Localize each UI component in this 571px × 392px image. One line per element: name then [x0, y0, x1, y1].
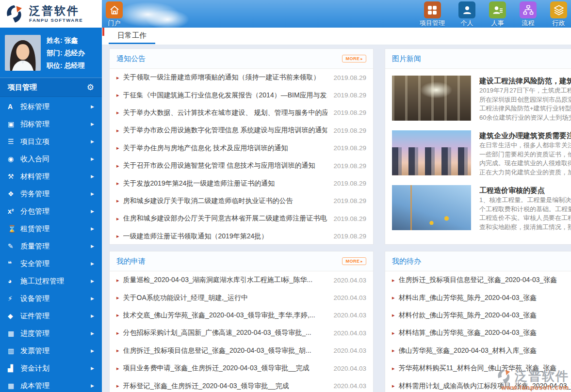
sidebar-item[interactable]: ✎ 质量管理 ▶: [0, 237, 102, 255]
news-thumbnail-crane[interactable]: [392, 185, 471, 230]
sidebar-item[interactable]: ◆ 证件管理 ▶: [0, 307, 102, 325]
list-item[interactable]: ▸ 材料出库_佛山芳华苑_陈丹_2020-04-03_张鑫: [392, 289, 571, 306]
my-todos-title[interactable]: 我的待办: [392, 257, 421, 266]
list-item[interactable]: ▸ 技术交底_佛山芳华苑_张鑫_2020-04-03_领导审批_李华,李婷,..…: [116, 307, 366, 324]
sidebar-item-icon: ⚡: [8, 295, 20, 302]
list-item[interactable]: ▸ 住房和城乡建设部办公厅关于同意吉林省开展二级建造师注册证书电... 2019…: [116, 210, 366, 227]
list-item-date: 2020.04.03: [333, 277, 366, 284]
list-item[interactable]: ▸ 关于领取一级注册建造师增项贴的通知（须持一建证书前来领取） 2019.08.…: [116, 69, 366, 86]
more-button[interactable]: MORE ▸: [342, 257, 366, 265]
list-item-text: 关于OA系统功能设计_经理_胡建,_运行中: [123, 294, 328, 302]
nav-item-hr[interactable]: 人事: [489, 1, 506, 28]
list-item-text: 关于发放2019年第24批一级建造师注册证书的通知: [123, 179, 328, 188]
nav-item-label: 人事: [491, 19, 504, 28]
news-title[interactable]: 建筑企业办理建筑资质需要注意哪些: [479, 130, 571, 141]
avatar[interactable]: [5, 35, 41, 71]
list-item-text: 芳华苑材料购买11_材料合同_佛山芳华苑_张鑫_张鑫: [399, 364, 571, 373]
sidebar-item-icon: ✎: [8, 242, 20, 250]
news-item[interactable]: 建筑企业办理建筑资质需要注意哪些 在日常生活中，很多人都非常关注施 一些部门需要…: [392, 130, 571, 177]
list-item[interactable]: ▸ 房和城乡建设厅关于取消二级建造师临时执业证书的公告 2019.08.29: [116, 192, 366, 210]
news-title[interactable]: 工程造价审核的要点: [479, 185, 571, 196]
news-thumbnail-skyline[interactable]: [392, 130, 471, 175]
list-item[interactable]: ▸ 佛山芳华苑_张鑫_2020-04-03_材料入库_张鑫: [392, 342, 571, 360]
chevron-right-icon: ▶: [91, 157, 94, 161]
list-item[interactable]: ▸ 质量巡检_2020-04-03_湖南洞庭湖水库引水工程施工I标_陈华... …: [116, 271, 366, 289]
list-item-text: 关于领取一级注册建造师增项贴的通知（须持一建证书前来领取）: [123, 73, 328, 82]
sidebar-item[interactable]: ☰ 项目立项 ▶: [0, 133, 102, 150]
tab-bar: 日常工作: [102, 28, 571, 45]
picture-news-title[interactable]: 图片新闻: [392, 54, 421, 63]
bullet-icon: ▸: [116, 145, 119, 151]
chevron-right-icon: ▶: [91, 279, 94, 283]
nav-item-admin[interactable]: 行政: [550, 1, 567, 28]
sidebar-item[interactable]: ▦ 进度管理 ▶: [0, 325, 102, 342]
list-item[interactable]: ▸ 一级建造师注册证书领取通知（2019年第24批） 2019.08.29: [116, 228, 366, 245]
bullet-icon: ▸: [392, 295, 395, 301]
sidebar-item[interactable]: ▥ 发票管理 ▶: [0, 342, 102, 360]
nav-item-personal[interactable]: 个人: [458, 1, 475, 28]
my-applications-panel: 我的申请 MORE ▸ ▸ 质量巡检_2020-04-03_湖南洞庭湖水库引水工…: [109, 251, 374, 392]
list-item[interactable]: ▸ 材料需用计划_成渝高铁内江标段项目_张鑫_2020-04-03_张鑫: [392, 377, 571, 392]
list-item-date: 2019.08.29: [333, 180, 366, 187]
list-item[interactable]: ▸ 关于OA系统功能设计_经理_胡建,_运行中 2020.04.03: [116, 289, 366, 306]
sidebar-item-label: 质量管理: [20, 242, 49, 251]
my-todos-panel: 我的待办 ▸ 住房拆迁_投标项目信息登记_张鑫_2020-04-03_张鑫 ▸ …: [385, 251, 571, 392]
news-item[interactable]: 工程造价审核的要点 1、核准工程量。工程量是编制决算 个工程取费和计税的基础。工…: [392, 185, 571, 232]
list-item[interactable]: ▸ 关于举办住房与房地产信息化 技术及应用培训班的通知 2019.08.29: [116, 140, 366, 157]
sidebar-item[interactable]: ⚡ 设备管理 ▶: [0, 290, 102, 307]
sidebar-module-header[interactable]: 项目管理 ⚙: [0, 78, 102, 97]
more-button[interactable]: MORE ▸: [342, 55, 366, 63]
sidebar-item-label: 投标管理: [20, 102, 49, 111]
news-item[interactable]: 建设工程法律风险防范，建筑行业转 2019年7月27日下午，土筑虎工程网 所在深…: [392, 76, 571, 122]
sidebar-item[interactable]: A 投标管理 ▶: [0, 98, 102, 115]
sidebar-item-label: 材料管理: [20, 172, 49, 181]
brand-title: 泛普软件: [29, 5, 83, 16]
chevron-right-icon: ▶: [91, 366, 94, 371]
list-item[interactable]: ▸ 分包招标采购计划_高国新_广佛高速_2020-04-03_领导审批_... …: [116, 324, 366, 342]
sidebar-item[interactable]: ⌛ 租赁管理 ▶: [0, 220, 102, 237]
list-item-text: 住房拆迁_投标项目信息登记_张鑫_2020-04-03_张鑫: [399, 276, 571, 284]
sidebar-item-label: 收入合同: [20, 155, 49, 164]
sidebar-item[interactable]: ▦ 成本管理 ▶: [0, 377, 102, 392]
nav-item-workflow[interactable]: 流程: [520, 1, 537, 28]
sidebar-item[interactable]: x² 分包管理 ▶: [0, 203, 102, 220]
tab-daily-work[interactable]: 日常工作: [109, 28, 155, 44]
sidebar-item[interactable]: ◉ 收入合同 ▶: [0, 150, 102, 168]
list-item[interactable]: ▸ 住房拆迁_投标项目信息登记_张鑫_2020-04-03_领导审批_胡... …: [116, 342, 366, 360]
sidebar-item-label: 招标管理: [20, 120, 49, 129]
chevron-right-icon: ▶: [91, 331, 94, 336]
chevron-right-icon: ▶: [91, 139, 94, 144]
news-list: 建设工程法律风险防范，建筑行业转 2019年7月27日下午，土筑虎工程网 所在深…: [385, 69, 571, 245]
list-item[interactable]: ▸ 关于举办市政公用设施数字化管理信息 系统建设与应用培训班的通知 2019.0…: [116, 122, 366, 139]
nav-item-project-mgmt[interactable]: 项目管理: [420, 1, 445, 28]
panel-header: 我的申请 MORE ▸: [110, 251, 373, 271]
list-item[interactable]: ▸ 住房拆迁_投标项目信息登记_张鑫_2020-04-03_张鑫: [392, 271, 571, 289]
list-item[interactable]: ▸ 芳华苑材料购买11_材料合同_佛山芳华苑_张鑫_张鑫: [392, 360, 571, 377]
news-title[interactable]: 建设工程法律风险防范，建筑行业转: [479, 76, 571, 86]
my-applications-title[interactable]: 我的申请: [116, 257, 146, 266]
list-item[interactable]: ▸ 项目业务费申请_张鑫_住房拆迁_2020-04-03_领导审批__完成 20…: [116, 360, 366, 377]
news-text: 所在深圳坂田创意园深圳市品原堂发: [479, 95, 571, 105]
news-thumbnail-lecture[interactable]: [392, 76, 471, 121]
notices-title[interactable]: 通知公告: [116, 54, 146, 63]
sidebar-item[interactable]: ⚒ 材料管理 ▶: [0, 168, 102, 185]
sidebar-item[interactable]: ❖ 劳务管理 ▶: [0, 185, 102, 203]
sidebar-item[interactable]: ◕ 施工过程管理 ▶: [0, 272, 102, 290]
brand-logo[interactable]: 泛普软件 FANPU SOFTWARE: [0, 0, 102, 28]
list-item[interactable]: ▸ 于征集《中国建筑施工行业信息化发展报告（2014）—BIM应用与发... 2…: [116, 86, 366, 104]
nav-item-portal[interactable]: 门户: [106, 1, 123, 28]
sidebar-item[interactable]: ❝ 安全管理 ▶: [0, 255, 102, 272]
sidebar-item[interactable]: ▟ 资金计划 ▶: [0, 360, 102, 377]
list-item[interactable]: ▸ 材料结算_佛山芳华苑_张鑫_2020-04-03_张鑫: [392, 324, 571, 342]
bullet-icon: ▸: [392, 383, 395, 389]
sidebar-item[interactable]: ▣ 招标管理 ▶: [0, 115, 102, 133]
list-item[interactable]: ▸ 关于召开市政公用设施智慧化管理 信息技术与应用培训班的通知 2019.08.…: [116, 157, 366, 174]
list-item-text: 关于举办住房与房地产信息化 技术及应用培训班的通知: [123, 144, 328, 153]
list-item[interactable]: ▸ 关于发放2019年第24批一级建造师注册证书的通知 2019.08.29: [116, 174, 366, 192]
sidebar-item-icon: ❝: [8, 260, 20, 267]
list-item[interactable]: ▸ 材料付款_佛山芳华苑_陈丹_2020-04-03_张鑫: [392, 307, 571, 324]
list-item[interactable]: ▸ 关于举办大数据、云计算技术在城市建设、 规划、管理与服务中的应... 201…: [116, 104, 366, 122]
gear-icon[interactable]: ⚙: [87, 82, 94, 93]
list-item[interactable]: ▸ 开标登记_张鑫_住房拆迁_2020-04-03_领导审批__完成 2020.…: [116, 377, 366, 392]
list-item-text: 房和城乡建设厅关于取消二级建造师临时执业证书的公告: [123, 197, 328, 205]
